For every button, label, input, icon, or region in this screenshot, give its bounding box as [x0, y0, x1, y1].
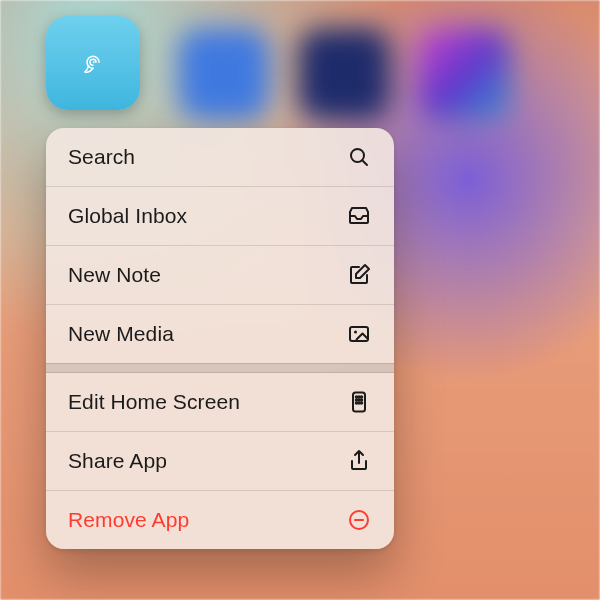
quick-action-menu: Search Global Inbox New Note New Media [46, 128, 394, 549]
svg-point-7 [358, 396, 360, 398]
svg-rect-3 [350, 327, 368, 341]
menu-item-label: Search [68, 145, 135, 169]
menu-item-new-note[interactable]: New Note [46, 245, 394, 304]
blurred-app-icon [298, 28, 390, 120]
search-icon [346, 144, 372, 170]
app-icon[interactable] [46, 16, 140, 110]
svg-point-14 [361, 402, 363, 404]
menu-item-remove-app[interactable]: Remove App [46, 490, 394, 549]
svg-line-2 [362, 160, 367, 165]
menu-item-label: New Media [68, 322, 174, 346]
menu-item-label: New Note [68, 263, 161, 287]
menu-item-label: Share App [68, 449, 167, 473]
menu-item-label: Global Inbox [68, 204, 187, 228]
remove-circle-icon [346, 507, 372, 533]
inbox-icon [346, 203, 372, 229]
blurred-app-icon [418, 28, 510, 120]
svg-point-8 [361, 396, 363, 398]
spiral-shell-icon [80, 32, 106, 94]
svg-point-12 [356, 402, 358, 404]
svg-point-4 [354, 331, 357, 334]
share-icon [346, 448, 372, 474]
compose-icon [346, 262, 372, 288]
svg-point-10 [358, 399, 360, 401]
menu-item-label: Edit Home Screen [68, 390, 240, 414]
menu-item-global-inbox[interactable]: Global Inbox [46, 186, 394, 245]
svg-point-11 [361, 399, 363, 401]
svg-point-13 [358, 402, 360, 404]
svg-point-9 [356, 399, 358, 401]
image-icon [346, 321, 372, 347]
menu-item-search[interactable]: Search [46, 128, 394, 186]
svg-point-6 [356, 396, 358, 398]
app-grid-icon [346, 389, 372, 415]
menu-separator [46, 363, 394, 373]
blurred-app-icon [178, 28, 270, 120]
svg-point-0 [93, 61, 95, 63]
menu-item-edit-home-screen[interactable]: Edit Home Screen [46, 373, 394, 431]
menu-item-new-media[interactable]: New Media [46, 304, 394, 363]
menu-item-share-app[interactable]: Share App [46, 431, 394, 490]
menu-item-label: Remove App [68, 508, 189, 532]
